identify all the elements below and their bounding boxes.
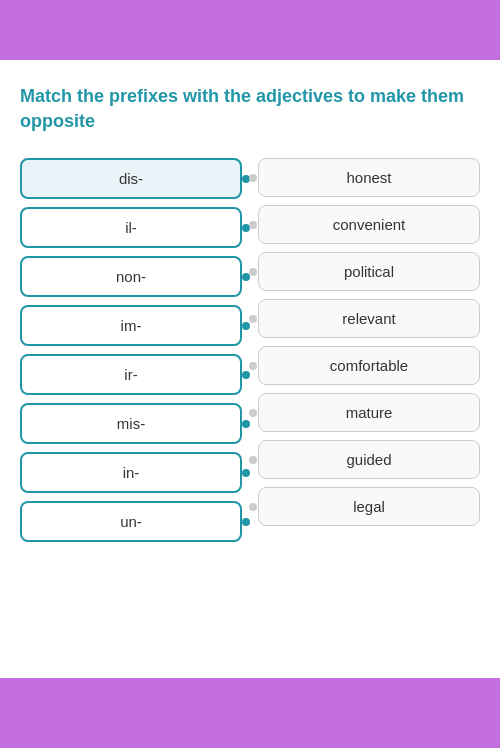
adjective-item-guided[interactable]: guided: [258, 440, 480, 479]
adjective-item-legal[interactable]: legal: [258, 487, 480, 526]
prefix-item-il[interactable]: il-: [20, 207, 242, 248]
adjectives-column: honestconvenientpoliticalrelevantcomfort…: [258, 158, 480, 542]
adjective-item-mature[interactable]: mature: [258, 393, 480, 432]
prefix-item-un[interactable]: un-: [20, 501, 242, 542]
prefix-item-ir[interactable]: ir-: [20, 354, 242, 395]
prefixes-column: dis-il-non-im-ir-mis-in-un-: [20, 158, 242, 542]
matching-area: dis-il-non-im-ir-mis-in-un- honestconven…: [20, 158, 480, 542]
top-bar: [0, 0, 500, 60]
bottom-bar: [0, 678, 500, 748]
adjective-item-convenient[interactable]: convenient: [258, 205, 480, 244]
prefix-item-in[interactable]: in-: [20, 452, 242, 493]
prefix-item-non[interactable]: non-: [20, 256, 242, 297]
adjective-item-comfortable[interactable]: comfortable: [258, 346, 480, 385]
adjective-item-honest[interactable]: honest: [258, 158, 480, 197]
main-content: Match the prefixes with the adjectives t…: [0, 60, 500, 678]
prefix-item-mis[interactable]: mis-: [20, 403, 242, 444]
adjective-item-political[interactable]: political: [258, 252, 480, 291]
prefix-item-im[interactable]: im-: [20, 305, 242, 346]
instruction-text: Match the prefixes with the adjectives t…: [20, 84, 480, 134]
prefix-item-dis[interactable]: dis-: [20, 158, 242, 199]
adjective-item-relevant[interactable]: relevant: [258, 299, 480, 338]
